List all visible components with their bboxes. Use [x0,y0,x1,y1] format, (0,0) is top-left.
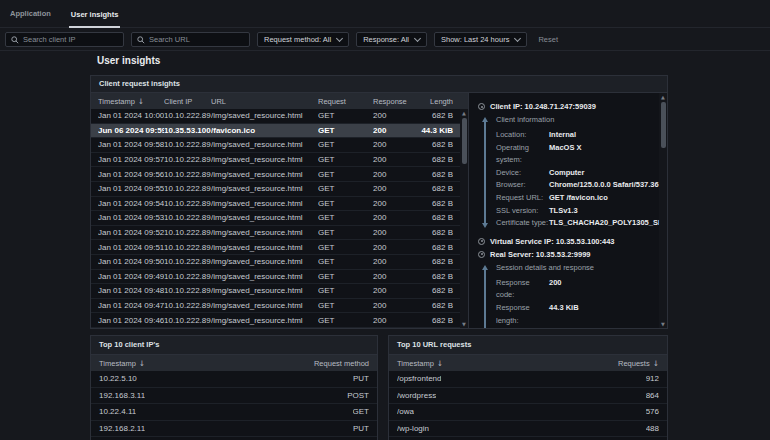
tab-user-insights[interactable]: User insights [69,10,121,28]
table-cell: GET [318,228,373,237]
table-row[interactable]: 10.22.5.10PUT [91,371,377,388]
column-header-client-ip[interactable]: Client IP [164,97,211,106]
table-row[interactable]: Jun 06 2024 09:5910.35.53.100/favicon.ic… [91,124,460,139]
client-request-table-header: Timestamp↓Client IPURLRequestResponseLen… [91,93,468,109]
table-row[interactable]: Jan 01 2024 09:4710.10.222.89/img/saved_… [91,299,460,314]
table-row[interactable]: Jan 01 2024 10:0010.10.222.89/img/saved_… [91,109,460,124]
details-scrollbar[interactable]: ▲ ▼ [659,93,667,328]
table-row[interactable]: 192.168.2.11PUT [91,421,377,438]
table-cell: /img/saved_resource.html [211,155,318,164]
column-header-request-method[interactable]: Request method [314,359,369,368]
table-cell: 682 B [420,111,453,120]
column-header-timestamp[interactable]: Timestamp↓ [397,359,443,368]
table-cell: /favicon.ico [211,126,318,135]
detail-field-label: Location: [496,129,549,142]
table-row[interactable]: /wordpress864 [389,388,667,405]
table-cell: 200 [373,243,420,252]
table-row[interactable]: 10.22.4.11GET [91,404,377,421]
column-header-label: Timestamp [397,359,434,368]
table-cell: 10.22.5.10 [99,374,137,383]
table-cell: /img/saved_resource.html [211,257,318,266]
table-row[interactable]: Jan 01 2024 09:5810.10.222.89/img/saved_… [91,138,460,153]
session-details-group: Session details and response Response co… [480,263,659,328]
column-header-url[interactable]: URL [211,97,318,106]
reset-button[interactable]: Reset [538,35,558,44]
table-row[interactable]: Jan 01 2024 09:5610.10.222.89/img/saved_… [91,167,460,182]
search-url-input[interactable] [149,35,244,44]
detail-field-value: GET /favicon.ico [549,192,608,205]
table-cell: 682 B [420,213,453,222]
client-information-fields: Location:InternalOperating system:MacOS … [496,129,659,230]
table-cell: 10.35.53.100 [164,126,211,135]
table-row[interactable]: /wp-login488 [389,421,667,438]
detail-field: SSL version:TLSv1.3 [496,205,659,218]
table-row[interactable]: Jan 01 2024 09:5010.10.222.89/img/saved_… [91,255,460,270]
column-header-length[interactable]: Length [420,97,453,106]
table-cell: Jan 01 2024 09:46 [98,316,164,325]
table-cell: /img/saved_resource.html [211,286,318,295]
table-cell: 200 [373,316,420,325]
table-row[interactable]: Jan 01 2024 09:5510.10.222.89/img/saved_… [91,182,460,197]
column-header-request[interactable]: Request [318,97,373,106]
table-cell: 200 [373,199,420,208]
search-url-box [131,32,250,47]
table-cell: 576 [646,407,659,416]
detail-field-value: 200 [549,277,562,302]
show-timerange-dropdown-label: Show: Last 24 hours [441,35,509,44]
table-cell: /wordpress [397,391,436,400]
column-header-timestamp[interactable]: Timestamp↓ [98,97,164,106]
client-information-title: Client information [496,115,659,124]
scroll-up-icon[interactable]: ▲ [661,93,665,101]
column-header-requests[interactable]: Requests↓ [618,359,659,368]
table-cell: 200 [373,140,420,149]
table-cell: Jan 01 2024 09:50 [98,257,164,266]
table-row[interactable]: Jan 01 2024 09:4810.10.222.89/img/saved_… [91,284,460,299]
table-cell: 682 B [420,170,453,179]
table-row[interactable]: Jan 01 2024 09:5210.10.222.89/img/saved_… [91,226,460,241]
detail-field-value: TLSv1.3 [549,205,578,218]
top-url-requests-title: Top 10 URL requests [389,336,667,355]
table-row[interactable]: Jan 01 2024 09:5110.10.222.89/img/saved_… [91,240,460,255]
table-row[interactable]: Jan 01 2024 09:4610.10.222.89/img/saved_… [91,313,460,328]
scroll-up-icon[interactable]: ▲ [462,109,466,117]
table-row[interactable]: Jan 01 2024 09:5410.10.222.89/img/saved_… [91,197,460,212]
table-row[interactable]: Jan 01 2024 09:4910.10.222.89/img/saved_… [91,270,460,285]
show-timerange-dropdown[interactable]: Show: Last 24 hours [434,32,527,47]
table-cell: POST [347,391,369,400]
table-cell: 10.22.4.11 [99,407,136,416]
scrollbar-thumb[interactable] [462,118,467,164]
table-row[interactable]: 192.168.3.11POST [91,388,377,405]
top-url-requests-header-row: Timestamp↓Requests↓ [389,355,667,371]
request-method-dropdown[interactable]: Request method: All [257,32,349,47]
table-cell: 200 [373,155,420,164]
filter-bar: Request method: All Response: All Show: … [0,29,770,51]
table-row[interactable]: Jan 01 2024 09:5710.10.222.89/img/saved_… [91,153,460,168]
detail-field-value: 10.35.53.100 [549,327,593,328]
table-cell: 200 [373,301,420,310]
table-cell: /img/saved_resource.html [211,228,318,237]
detail-field: Operating system:MacOS X [496,142,659,167]
detail-field-label: Host: [496,327,549,328]
response-dropdown[interactable]: Response: All [356,32,427,47]
search-icon [137,36,145,44]
table-row[interactable]: /owa576 [389,404,667,421]
table-cell: GET [318,316,373,325]
table-row[interactable]: Jan 01 2024 09:5310.10.222.89/img/saved_… [91,211,460,226]
table-cell: GET [318,272,373,281]
table-scrollbar[interactable]: ▲ ▼ [460,109,468,328]
scroll-down-icon[interactable]: ▼ [661,320,665,328]
table-cell: 10.10.222.89 [164,228,211,237]
table-cell: 200 [373,184,420,193]
scroll-down-icon[interactable]: ▼ [462,320,466,328]
table-row[interactable]: /opsfrontend912 [389,371,667,388]
column-header-response[interactable]: Response [373,97,420,106]
table-cell: 200 [373,170,420,179]
detail-field-value: MacOS X [549,142,582,167]
table-cell: GET [318,170,373,179]
search-client-ip-input[interactable] [23,35,118,44]
table-cell: /owa [397,407,414,416]
tab-application[interactable]: Application [8,9,53,27]
column-header-timestamp[interactable]: Timestamp↓ [99,359,145,368]
column-header-label: URL [211,97,226,106]
scrollbar-thumb[interactable] [661,102,666,148]
